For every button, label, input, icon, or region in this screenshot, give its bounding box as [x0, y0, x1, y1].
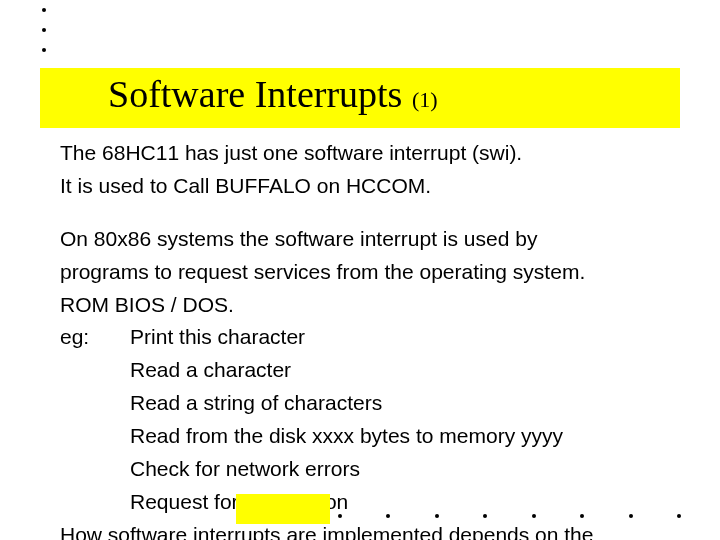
decorative-dot: [42, 28, 46, 32]
decorative-dot: [483, 514, 487, 518]
body-line: It is used to Call BUFFALO on HCCOM.: [60, 173, 660, 200]
example-label: eg: Print this character: [60, 324, 660, 351]
highlight-strip: [236, 494, 330, 524]
decorative-dot: [386, 514, 390, 518]
body-line: programs to request services from the op…: [60, 259, 660, 286]
decorative-dot: [677, 514, 681, 518]
decorative-dot: [629, 514, 633, 518]
decorative-dot: [580, 514, 584, 518]
decorative-dot: [435, 514, 439, 518]
decorative-dot: [338, 514, 342, 518]
decorative-dot: [532, 514, 536, 518]
decorative-dot: [42, 8, 46, 12]
title-main: Software Interrupts: [108, 73, 412, 115]
decorative-dot: [42, 48, 46, 52]
example-item: Read from the disk xxxx bytes to memory …: [60, 423, 660, 450]
slide-title: Software Interrupts (1): [108, 72, 438, 116]
example-item: Read a string of characters: [60, 390, 660, 417]
example-item: Read a character: [60, 357, 660, 384]
title-subscript: (1): [412, 87, 438, 112]
decorative-dot-row: [338, 506, 720, 524]
slide-body: The 68HC11 has just one software interru…: [60, 140, 660, 540]
body-line: How software interrupts are implemented …: [60, 522, 660, 540]
body-line: On 80x86 systems the software interrupt …: [60, 226, 660, 253]
example-item: Check for network errors: [60, 456, 660, 483]
body-line: ROM BIOS / DOS.: [60, 292, 660, 319]
body-line: The 68HC11 has just one software interru…: [60, 140, 660, 167]
